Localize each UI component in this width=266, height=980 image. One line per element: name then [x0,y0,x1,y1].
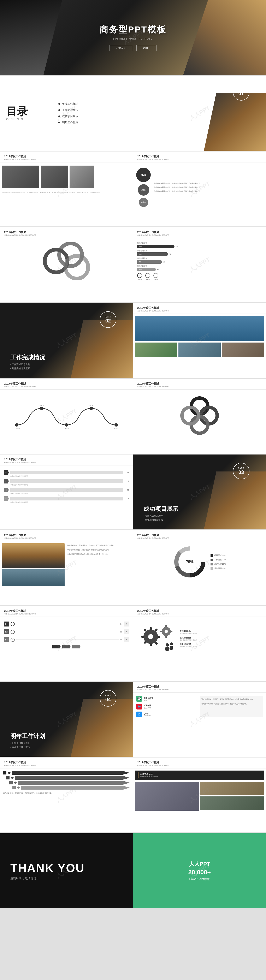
slide4-sub-title: ANNUAL WORK SUMMARY REPORT [137,158,262,161]
slide-train-images: 2017年度工作概述 ANNUAL WORK SUMMARY REPORT 年度… [133,757,266,832]
box-right-2: ★ [124,629,129,634]
dark-bar-content: 年度工作总结 2017 ANNUAL REPORT [135,770,264,780]
svg-rect-38 [160,631,162,632]
gear-item-2: 项目推进情况 单击此处添加说明文字内容 [180,636,263,641]
pent-bar-3 [10,488,123,492]
part1-desc: • 年度完成工作说明 • 工作完成情况汇总 [143,134,163,142]
slide6-header: 2017年度工作概述 ANNUAL WORK SUMMARY REPORT [133,227,266,238]
part1-desc-item1: • 年度完成工作说明 [143,134,163,138]
part4-circle: PART 04 [100,690,116,706]
train-content: 年度工作总结 2017 ANNUAL REPORT [133,768,266,813]
slide-sunset: 2017年度工作概述 ANNUAL WORK SUMMARY REPORT 请在… [0,530,133,605]
svg-text:75%: 75% [186,560,194,564]
stepped-arrows [3,771,130,789]
weibo-text: 新浪微博 @人人PPT [144,704,151,709]
part2-desc-2: • 具体完成情况展示 [10,366,30,371]
check-3: ✓ [11,638,15,642]
gear-title-3: 年度目标达成 [180,643,263,646]
bar-num-1: 25 [175,245,178,248]
slide15-header: 2017年度工作概述 ANNUAL WORK SUMMARY REPORT [0,606,133,617]
toc-subtitle: CONTENTS [6,118,43,121]
social-item-weibo: 🐦 新浪微博 @人人PPT [136,704,196,710]
bar-container-1: 75% 25 [137,245,262,248]
svg-point-39 [166,643,169,647]
gear-item-3: 年度目标达成 单击此处添加说明文字内容 [180,643,263,648]
img-office [70,165,94,188]
slide6-main-title: 2017年度工作概述 [137,231,262,234]
part4-desc-2: • 重点工作计划汇报 [10,745,30,749]
check-mark-2: ✓ [12,631,13,633]
toc-items: 年度工作概述 工作完成情况 成功项目展示 明年工作计划 [54,76,133,151]
toc-dot-3 [58,116,60,117]
arrow-bar-1: 添加标题文字 75% 25 [137,242,262,248]
img-train [135,782,199,811]
social-right-text: 请在此处添加文字说明，简要介绍明年工作计划的重点内容与目标方向。 在此处填写详细… [199,696,263,718]
img-nature-1 [135,342,177,357]
progress-content: 添加标题文字 75% 25 添加标题文字 60% 18 添加标题 [133,238,266,283]
pent-arrow-2: 02 18 单击此处添加文字内容说明 [4,479,129,486]
toc-item-label-4: 明年工作计划 [62,121,78,124]
stat-circle-2: 60% [138,184,149,196]
bottom-images [135,782,264,811]
slide-check-table: 2017年度工作概述 ANNUAL WORK SUMMARY REPORT 01… [0,606,133,681]
watermark-part4: 人人PPT [55,710,78,728]
legend-4: 其他事项 17% [210,567,226,570]
svg-text:2015: 2015 [64,427,68,430]
slide-progress: 2017年度工作概述 ANNUAL WORK SUMMARY REPORT 添加… [133,227,266,302]
legend-label-1: 项目完成 33% [214,554,226,557]
svg-point-16 [182,407,199,424]
thankyou-subtitle: 感谢聆听，敬请指导！ [10,877,84,880]
svg-rect-28 [142,636,144,638]
social-desc: 请在此处添加文字说明，简要介绍明年工作计划的重点内容与目标方向。 [201,698,261,701]
qq-value: 320076059 [144,715,151,716]
thankyou-title: THANK YOU [10,861,84,875]
check-2: ✓ [11,630,15,634]
svg-marker-45 [8,772,11,774]
cover-title: 商务型PPT模板 [100,24,167,35]
weibo-label: 新浪微博 [144,704,151,707]
legend-1: 项目完成 33% [210,554,226,557]
svg-rect-25 [150,627,152,630]
svg-rect-37 [170,631,172,632]
gear-title-2: 项目推进情况 [180,636,263,639]
reporter-field: 汇报人： [110,45,132,51]
bar-pct-1: 75% [139,246,142,248]
qq-text: QQ群 320076059 [144,713,151,716]
gear-item-1: 工作团队协作 单击此处添加说明文字内容 [180,630,263,635]
svg-marker-46 [11,776,14,779]
thankyou-slide: THANK YOU 感谢聆听，敬请指导！ 人人PPT [0,833,133,908]
toc-dot-1 [58,103,60,105]
pent-label-4: 04 [6,498,8,500]
pent-shape-4: 04 [4,496,9,501]
slide16-header: 2017年度工作概述 ANNUAL WORK SUMMARY REPORT [133,606,266,617]
step-bar-4 [21,786,130,789]
plan-arrows-content: 请在此处添加文字说明内容，介绍明年工作计划的安排与执行步骤。 [0,768,133,797]
stat-desc-2: 在此添加标题文字说明，简要介绍工作完成情况及相关数据统计。 [154,186,263,189]
part3-label: PART [238,467,244,469]
wechat-symbol: 💬 [137,697,141,700]
svg-point-5 [65,423,68,426]
num-2: 02 [5,631,8,633]
bar-pct-2: 60% [139,253,142,255]
cross-svg [179,395,220,436]
check-item-3: ✓ 待处理 [153,273,158,281]
slide19-sub-title: ANNUAL WORK SUMMARY REPORT [4,764,129,767]
sunset-desc3: 在此处填写详细说明内容，描述工作成果及下一步计划。 [67,553,130,556]
svg-marker-48 [17,786,20,789]
building-right-decoration [183,0,266,75]
stat-descriptions: 在此添加标题文字说明，简要介绍工作完成情况及相关数据统计。 在此添加标题文字说明… [154,168,263,207]
promo-desc: PowerPoint模版 [188,877,211,881]
part3-number: 03 [239,469,244,475]
img-nature-2 [178,342,220,357]
bar-label-4: 添加标题文字 [137,265,262,267]
slide18-main-title: 2017年度工作概述 [137,685,262,689]
check-mark-3: ✓ [12,639,13,641]
slide5-sub-title: ANNUAL WORK SUMMARY REPORT [4,234,129,236]
qq-symbol: Q [138,713,140,716]
svg-point-13 [191,398,208,415]
row-val-3: 06 [120,639,122,641]
small-images-row [135,342,264,357]
pent-bar-2 [10,479,123,483]
part2-desc-1: • 工作完成汇总说明 [10,363,30,366]
slide20-header: 2017年度工作概述 ANNUAL WORK SUMMARY REPORT [133,757,266,768]
